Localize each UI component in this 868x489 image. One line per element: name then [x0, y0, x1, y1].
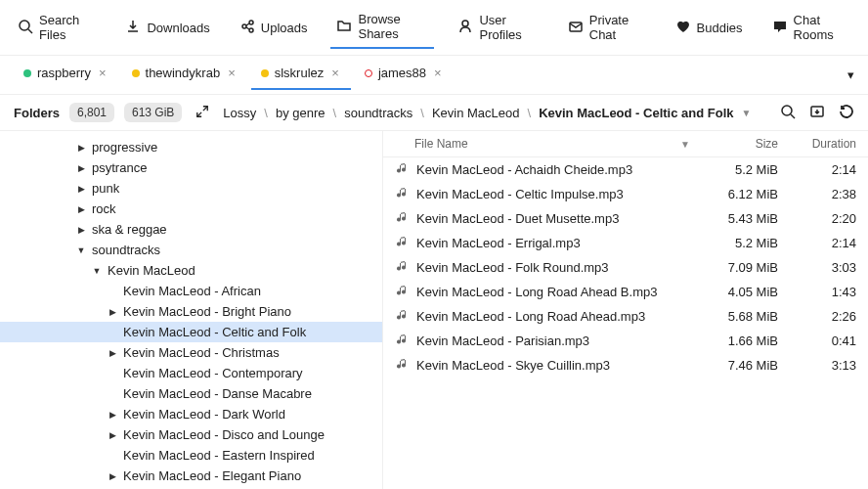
chevron-down-icon[interactable]: ▼	[742, 108, 752, 118]
tree-item[interactable]: ▶psytrance	[0, 157, 382, 178]
save-to-icon[interactable]	[809, 104, 825, 122]
file-row[interactable]: Kevin MacLeod - Parisian.mp31.66 MiB0:41	[383, 329, 868, 353]
svg-point-1	[242, 24, 246, 28]
chevron-down-icon[interactable]: ▼	[74, 245, 88, 255]
tree-item[interactable]: Kevin MacLeod - African	[0, 281, 382, 301]
close-icon[interactable]: ×	[432, 66, 444, 80]
column-header-duration[interactable]: Duration	[778, 137, 856, 151]
tree-item[interactable]: ▶rock	[0, 199, 382, 219]
music-icon	[395, 209, 411, 228]
tree-item[interactable]: ▶Kevin MacLeod - Elegant Piano	[0, 466, 382, 486]
file-row[interactable]: Kevin MacLeod - Achaidh Cheide.mp35.2 Mi…	[383, 157, 868, 182]
music-icon	[395, 283, 411, 301]
chevron-down-icon[interactable]: ▼	[90, 266, 104, 276]
chat-icon	[772, 19, 788, 37]
search-icon	[18, 19, 33, 37]
svg-point-2	[249, 21, 253, 24]
breadcrumb-item[interactable]: Kevin MacLeod	[432, 106, 520, 120]
file-row[interactable]: Kevin MacLeod - Errigal.mp35.2 MiB2:14	[383, 231, 868, 255]
user-tab-thewindykrab[interactable]: thewindykrab×	[122, 62, 247, 88]
music-icon	[395, 307, 411, 326]
music-icon	[395, 160, 411, 179]
status-dot-icon	[23, 69, 31, 77]
upload-icon	[239, 19, 255, 37]
file-row[interactable]: Kevin MacLeod - Celtic Impulse.mp36.12 M…	[383, 182, 868, 206]
tree-item[interactable]: Kevin MacLeod - Eastern Inspired	[0, 445, 382, 466]
svg-point-3	[249, 28, 253, 32]
tree-item[interactable]: Kevin MacLeod - Celtic and Folk	[0, 322, 382, 342]
music-icon	[395, 258, 411, 277]
toolbar-upload-button[interactable]: Uploads	[234, 15, 314, 41]
chevron-right-icon[interactable]: ▶	[106, 348, 119, 358]
file-row[interactable]: Kevin MacLeod - Folk Round.mp37.09 MiB3:…	[383, 255, 868, 280]
tree-item[interactable]: Kevin MacLeod - Danse Macabre	[0, 383, 382, 404]
tree-item[interactable]: ▶ska & reggae	[0, 219, 382, 240]
breadcrumb-item[interactable]: soundtracks	[344, 106, 412, 120]
tree-item[interactable]: Kevin MacLeod - Contemporary	[0, 363, 382, 383]
user-tab-james88[interactable]: james88×	[355, 62, 454, 88]
chevron-right-icon[interactable]: ▶	[74, 204, 88, 214]
column-header-size[interactable]: Size	[690, 137, 778, 151]
tree-item[interactable]: ▶Kevin MacLeod - Disco and Lounge	[0, 424, 382, 445]
chevron-right-icon[interactable]: ▶	[74, 163, 88, 173]
tree-item[interactable]: ▶Kevin MacLeod - Bright Piano	[0, 301, 382, 322]
breadcrumb-item[interactable]: by genre	[276, 106, 326, 120]
toolbar-heart-button[interactable]: Buddies	[670, 15, 749, 41]
mail-icon	[568, 19, 584, 37]
chevron-right-icon[interactable]: ▶	[74, 184, 88, 194]
chevron-right-icon[interactable]: ▶	[106, 410, 119, 420]
chevron-right-icon[interactable]: ▶	[106, 307, 119, 317]
user-tab-slskrulez[interactable]: slskrulez×	[251, 62, 351, 90]
close-icon[interactable]: ×	[329, 66, 341, 80]
download-icon	[125, 19, 141, 37]
music-icon	[395, 185, 411, 203]
folder-count-badge: 6,801	[69, 103, 114, 122]
close-icon[interactable]: ×	[97, 66, 108, 80]
chevron-right-icon[interactable]: ▶	[74, 143, 88, 153]
file-row[interactable]: Kevin MacLeod - Skye Cuillin.mp37.46 MiB…	[383, 353, 868, 378]
svg-point-6	[782, 106, 792, 115]
user-tab-raspberry[interactable]: raspberry×	[14, 62, 118, 88]
music-icon	[395, 332, 411, 350]
expand-icon[interactable]	[192, 105, 213, 121]
tree-item[interactable]: ▼soundtracks	[0, 240, 382, 260]
toolbar-folder-button[interactable]: Browse Shares	[330, 8, 434, 49]
heart-icon	[675, 19, 691, 37]
file-row[interactable]: Kevin MacLeod - Long Road Ahead B.mp34.0…	[383, 280, 868, 304]
user-icon	[457, 19, 473, 37]
tree-item[interactable]: ▶punk	[0, 178, 382, 199]
tree-item[interactable]: ▶progressive	[0, 137, 382, 157]
sort-arrow-icon: ▼	[680, 139, 690, 150]
breadcrumb-item[interactable]: Lossy	[223, 106, 256, 120]
music-icon	[395, 234, 411, 252]
folder-size-badge: 613 GiB	[124, 103, 182, 122]
folders-label: Folders	[14, 106, 60, 120]
toolbar-chat-button[interactable]: Chat Rooms	[766, 9, 856, 46]
tab-dropdown-icon[interactable]: ▾	[847, 67, 854, 82]
column-header-name[interactable]: File Name ▼	[395, 137, 690, 151]
toolbar-user-button[interactable]: User Profiles	[452, 9, 543, 46]
status-dot-icon	[365, 69, 372, 77]
refresh-icon[interactable]	[839, 104, 854, 122]
file-row[interactable]: Kevin MacLeod - Long Road Ahead.mp35.68 …	[383, 304, 868, 329]
search-icon[interactable]	[780, 104, 796, 122]
chevron-right-icon[interactable]: ▶	[74, 225, 88, 235]
close-icon[interactable]: ×	[226, 66, 238, 80]
music-icon	[395, 356, 411, 375]
chevron-right-icon[interactable]: ▶	[106, 471, 119, 481]
svg-point-0	[20, 21, 29, 30]
tree-item[interactable]: ▶Kevin MacLeod - Dark World	[0, 404, 382, 424]
file-row[interactable]: Kevin MacLeod - Duet Musette.mp35.43 MiB…	[383, 206, 868, 231]
status-dot-icon	[132, 69, 140, 77]
toolbar-search-button[interactable]: Search Files	[12, 9, 102, 46]
status-dot-icon	[261, 69, 269, 77]
folder-icon	[336, 18, 352, 36]
chevron-right-icon[interactable]: ▶	[106, 430, 119, 440]
toolbar-mail-button[interactable]: Private Chat	[562, 9, 652, 46]
tree-item[interactable]: ▶Kevin MacLeod - Christmas	[0, 342, 382, 363]
toolbar-download-button[interactable]: Downloads	[119, 15, 215, 41]
tree-item[interactable]: ▼Kevin MacLeod	[0, 260, 382, 281]
svg-point-4	[462, 21, 468, 26]
breadcrumb-item[interactable]: Kevin MacLeod - Celtic and Folk	[539, 106, 733, 120]
